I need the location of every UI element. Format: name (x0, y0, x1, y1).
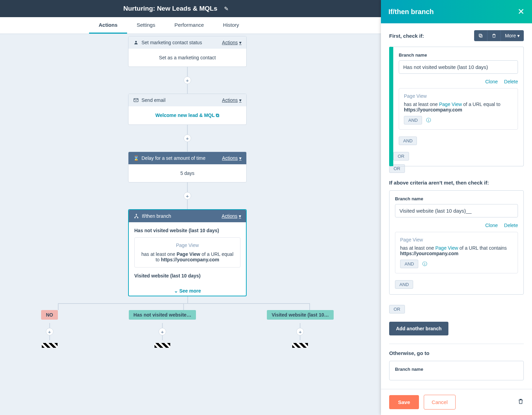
action-header: Set marketing contact status Actions ▾ (128, 36, 246, 49)
svg-rect-6 (479, 34, 481, 36)
chevron-down-icon: ▾ (517, 33, 520, 38)
action-card-set-status[interactable]: Set marketing contact status Actions ▾ S… (128, 36, 247, 67)
action-card-delay[interactable]: ⌛ Delay for a set amount of time Actions… (128, 152, 247, 182)
add-action-button[interactable]: + (184, 192, 191, 200)
save-button[interactable]: Save (389, 395, 419, 409)
or-button-outer-2[interactable]: OR (389, 305, 405, 313)
panel-header: If/then branch ✕ (381, 0, 532, 23)
page-view-label: Page View (404, 93, 513, 99)
branch2-name: Visited website (last 10 days) (134, 273, 240, 278)
actions-dropdown[interactable]: Actions ▾ (222, 213, 241, 219)
branch-label-1[interactable]: Has not visited website… (129, 310, 196, 320)
action-type: Set marketing contact status (141, 40, 202, 45)
branch-split: NO + Has not visited website… + Visited … (0, 296, 375, 348)
action-header: If/then branch Actions ▾ (129, 210, 246, 222)
criteria-text: has at least one Page View of a URL equa… (404, 102, 513, 112)
copy-icon (478, 33, 483, 38)
clone-link[interactable]: Clone (485, 223, 498, 228)
page-view-label: Page View (139, 242, 235, 248)
branch-toolbar: More ▾ (474, 30, 524, 41)
action-header: Send email Actions ▾ (128, 94, 246, 106)
clone-link[interactable]: Clone (485, 79, 498, 84)
or-button[interactable]: OR (393, 152, 409, 161)
copy-button[interactable] (474, 30, 487, 41)
add-action-button[interactable]: + (184, 76, 191, 84)
and-button[interactable]: AND (395, 280, 413, 289)
cancel-button[interactable]: Cancel (424, 395, 456, 410)
info-icon[interactable]: ⓘ (426, 117, 431, 123)
action-card-send-email[interactable]: Send email Actions ▾ Welcome new lead & … (128, 94, 247, 125)
panel-body[interactable]: First, check if: More ▾ Branch name Clon… (381, 23, 532, 389)
and-button-inner[interactable]: AND (400, 260, 418, 268)
end-marker (154, 343, 170, 348)
action-body: 5 days (128, 164, 246, 182)
connector (187, 182, 188, 192)
criteria-panel-2[interactable]: Page View has at least one Page View of … (395, 232, 518, 273)
branch-icon (134, 213, 139, 219)
page-view-label: Page View (400, 237, 513, 242)
add-branch-button[interactable]: Add another branch (389, 322, 448, 335)
branch-label-no[interactable]: NO (41, 310, 58, 320)
add-action-button[interactable]: + (46, 328, 53, 335)
delete-button[interactable] (487, 30, 500, 41)
connector (187, 67, 188, 76)
criteria-text: has at least one Page View of a URL equa… (139, 251, 235, 262)
action-card-if-then[interactable]: If/then branch Actions ▾ Has not visited… (128, 209, 247, 296)
add-action-button[interactable]: + (296, 328, 304, 335)
action-header: ⌛ Delay for a set amount of time Actions… (128, 152, 246, 164)
first-check-label: First, check if: (389, 33, 424, 39)
and-button[interactable]: AND (399, 137, 417, 145)
branch-name-input-2[interactable] (395, 204, 518, 217)
branch-name-label: Branch name (395, 367, 518, 372)
chevron-down-icon: ▾ (239, 97, 242, 103)
chevron-down-icon: ▾ (239, 155, 242, 161)
branch-label-2[interactable]: Visited website (last 10… (267, 310, 334, 320)
actions-dropdown[interactable]: Actions ▾ (222, 155, 242, 161)
hourglass-icon: ⌛ (133, 155, 139, 161)
branch-block-1: Branch name Clone Delete Page View has a… (389, 47, 524, 166)
criteria-text: has at least one Page View of a URL that… (400, 245, 513, 256)
trash-icon[interactable] (518, 398, 524, 406)
criteria-panel[interactable]: Page View has at least one Page View of … (399, 88, 518, 130)
add-action-button[interactable]: + (159, 328, 166, 335)
tab-performance[interactable]: Performance (165, 17, 213, 34)
add-action-button[interactable]: + (184, 134, 191, 142)
and-button-inner[interactable]: AND (404, 116, 422, 125)
otherwise-label: Otherwise, go to (389, 350, 524, 356)
email-link[interactable]: Welcome new lead & MQL ⧉ (156, 112, 220, 118)
workflow-title: Nurturing: New Leads & MQLs (123, 5, 217, 12)
more-button[interactable]: More ▾ (500, 30, 524, 41)
action-body: Welcome new lead & MQL ⧉ (128, 106, 246, 125)
external-link-icon: ⧉ (216, 112, 219, 118)
workflow-canvas[interactable]: Set marketing contact status Actions ▾ S… (0, 34, 375, 415)
action-type: Delay for a set amount of time (141, 155, 206, 161)
actions-dropdown[interactable]: Actions ▾ (222, 40, 242, 45)
connector (187, 125, 188, 134)
close-icon[interactable]: ✕ (518, 7, 524, 16)
tab-history[interactable]: History (213, 17, 249, 34)
email-icon (133, 97, 139, 103)
branch-name-input[interactable] (399, 60, 518, 74)
panel-footer: Save Cancel (381, 389, 532, 415)
trash-icon (492, 33, 496, 38)
svg-point-3 (134, 217, 136, 218)
tab-settings[interactable]: Settings (127, 17, 165, 34)
see-more-toggle[interactable]: ⌄ See more (129, 284, 246, 296)
edit-icon[interactable]: ✎ (224, 5, 228, 12)
branch-block-otherwise: Branch name (389, 361, 524, 380)
branch-col-no: NO + (41, 310, 58, 348)
actions-dropdown[interactable]: Actions ▾ (222, 97, 242, 103)
end-marker (42, 343, 58, 348)
end-marker (292, 343, 308, 348)
info-icon[interactable]: ⓘ (422, 261, 427, 266)
svg-point-2 (136, 214, 137, 215)
branch-col-1: Has not visited website… + (129, 310, 196, 348)
divider (389, 344, 524, 344)
branch-col-2: Visited website (last 10… + (267, 310, 334, 348)
side-panel: If/then branch ✕ First, check if: More ▾… (381, 0, 532, 415)
delete-link[interactable]: Delete (504, 223, 518, 228)
delete-link[interactable]: Delete (504, 79, 518, 84)
tab-actions[interactable]: Actions (89, 17, 127, 34)
branch-content: Has not visited website (last 10 days) P… (129, 222, 246, 284)
connector (187, 200, 188, 209)
